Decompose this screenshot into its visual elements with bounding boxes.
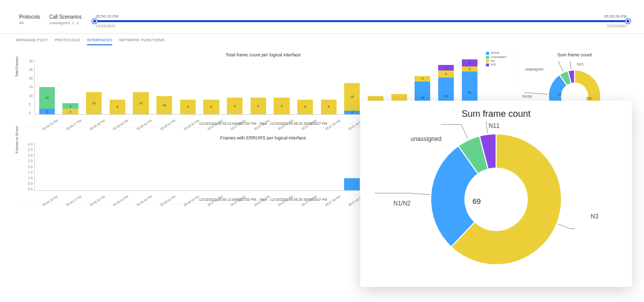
donut-chart-large[interactable]: N11 unassigned N1/N2 N3 69 152 bbox=[370, 121, 622, 277]
bar-column[interactable]: 9 bbox=[271, 59, 293, 114]
bar-column[interactable] bbox=[271, 142, 293, 190]
bar-column[interactable]: 8 bbox=[200, 59, 223, 114]
tab-network-functions[interactable]: NETWORK FUNCTIONS bbox=[119, 38, 165, 45]
bar-column[interactable]: 8 bbox=[317, 59, 340, 114]
slider-start-time: 05:56:13 PM bbox=[96, 14, 118, 19]
bar-column[interactable] bbox=[223, 142, 246, 190]
bar-column[interactable] bbox=[130, 142, 152, 190]
bar-column[interactable] bbox=[247, 142, 270, 190]
bar-column[interactable] bbox=[36, 142, 58, 190]
slider-end-date: 12/10/2021 bbox=[607, 24, 627, 28]
bar-column[interactable]: 12 bbox=[83, 59, 105, 114]
bar-column[interactable]: 33 bbox=[59, 59, 82, 114]
slider-start-date: 12/10/2021 bbox=[96, 24, 116, 28]
bar-column[interactable]: 8 bbox=[294, 59, 316, 114]
protocols-filter[interactable]: Protocols All bbox=[19, 14, 40, 25]
bar-column[interactable] bbox=[83, 142, 105, 190]
bar-column[interactable] bbox=[317, 142, 340, 190]
scenarios-value: unassigned, 1, 2 bbox=[49, 21, 82, 25]
protocols-value: All bbox=[19, 21, 40, 25]
protocols-label: Protocols bbox=[19, 14, 40, 20]
bar-column[interactable]: 9 bbox=[223, 59, 246, 114]
bar-column[interactable]: 10 bbox=[153, 59, 176, 114]
bar-column[interactable] bbox=[177, 142, 199, 190]
slider-handle-end[interactable] bbox=[625, 19, 630, 24]
bar-column[interactable]: 9 bbox=[247, 59, 270, 114]
bar-column[interactable] bbox=[106, 142, 129, 190]
slider-handle-start[interactable] bbox=[92, 19, 97, 24]
panel-sum-frame-count-enlarged: Sum frame count N11 unassigned N1/N2 N3 … bbox=[360, 101, 632, 287]
bar-column[interactable] bbox=[153, 142, 176, 190]
slider-track[interactable] bbox=[95, 20, 628, 22]
y-ticks: 4.03.53.02.52.01.51.00.50.0 bbox=[28, 142, 34, 191]
bar-column[interactable]: 312 bbox=[36, 59, 58, 114]
tab-interfaces[interactable]: INTERFACES bbox=[87, 38, 112, 45]
tab-message-plot[interactable]: MESSAGE PLOT bbox=[16, 38, 48, 45]
bar-column[interactable] bbox=[200, 142, 223, 190]
scenarios-label: Call Scenarios bbox=[49, 14, 82, 20]
bar-column[interactable]: 12 bbox=[130, 59, 152, 114]
overlay-title: Sum frame count bbox=[461, 109, 530, 119]
bar-column[interactable] bbox=[59, 142, 82, 190]
filter-header: Protocols All Call Scenarios unassigned,… bbox=[0, 0, 644, 31]
time-range-slider[interactable]: 05:56:13 PM 05:58:26 PM 12/10/2021 12/10… bbox=[95, 14, 628, 28]
panel-title: Sum frame count bbox=[519, 52, 630, 57]
slider-end-time: 05:58:26 PM bbox=[604, 14, 627, 19]
bar-column[interactable]: 8 bbox=[106, 59, 129, 114]
panel-title: Total frame count per logical interface bbox=[21, 52, 505, 57]
y-ticks: 302520151050 bbox=[29, 59, 34, 115]
scenarios-filter[interactable]: Call Scenarios unassigned, 1, 2 bbox=[49, 14, 82, 25]
tab-protocols[interactable]: PROTOCOLS bbox=[55, 38, 80, 45]
y-axis-label: Frames w/ Errors bbox=[15, 126, 19, 153]
y-axis-label: Total Frames bbox=[15, 56, 19, 77]
bar-column[interactable]: 8 bbox=[177, 59, 199, 114]
bar-column[interactable] bbox=[294, 142, 316, 190]
view-tabs: MESSAGE PLOT PROTOCOLS INTERFACES NETWOR… bbox=[0, 34, 644, 45]
